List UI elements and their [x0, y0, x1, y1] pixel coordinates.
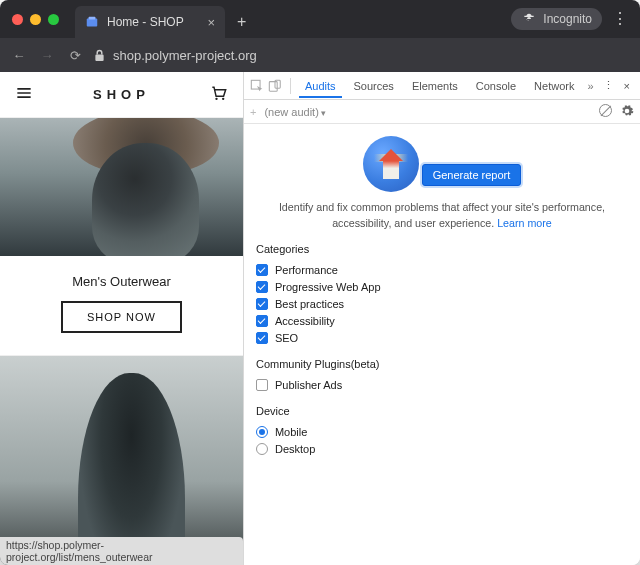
tab-title: Home - SHOP	[107, 15, 184, 29]
close-window-button[interactable]	[12, 14, 23, 25]
favicon-icon	[85, 15, 99, 29]
incognito-badge[interactable]: Incognito	[511, 8, 602, 30]
close-tab-button[interactable]: ×	[199, 15, 215, 30]
url-text: shop.polymer-project.org	[113, 48, 257, 63]
audits-toolbar: + (new audit)▾	[244, 100, 640, 124]
devtools-tab-network[interactable]: Network	[528, 74, 580, 98]
maximize-window-button[interactable]	[48, 14, 59, 25]
toolbar: ← → ⟳ shop.polymer-project.org	[0, 38, 640, 72]
learn-more-link[interactable]: Learn more	[497, 217, 552, 229]
titlebar: Home - SHOP × + Incognito ⋮	[0, 0, 640, 38]
new-audit-button[interactable]: +	[250, 106, 256, 118]
cart-icon[interactable]	[209, 83, 229, 107]
checkbox-icon	[256, 379, 268, 391]
hero-image	[0, 118, 243, 256]
lock-icon	[94, 49, 105, 62]
device-toolbar-icon[interactable]	[268, 79, 282, 93]
page-viewport: SHOP Men's Outerwear SHOP NOW https://sh…	[0, 72, 243, 565]
minimize-window-button[interactable]	[30, 14, 41, 25]
svg-rect-1	[89, 17, 96, 20]
devtools-menu-button[interactable]: ⋮	[601, 79, 616, 92]
category-title: Men's Outerwear	[10, 274, 233, 289]
checkbox-icon	[256, 315, 268, 327]
option-label: Accessibility	[275, 315, 335, 327]
audit-selector[interactable]: (new audit)▾	[264, 106, 325, 118]
browser-window: Home - SHOP × + Incognito ⋮ ← → ⟳ shop.p…	[0, 0, 640, 565]
checkbox-icon	[256, 332, 268, 344]
svg-point-4	[222, 97, 224, 99]
checkbox-performance[interactable]: Performance	[256, 261, 628, 278]
svg-rect-0	[87, 19, 98, 27]
svg-point-3	[215, 97, 217, 99]
menu-icon[interactable]	[14, 83, 34, 107]
plugins-heading: Community Plugins(beta)	[256, 358, 628, 370]
devtools-close-button[interactable]: ×	[620, 80, 634, 92]
forward-button[interactable]: →	[38, 48, 56, 63]
back-button[interactable]: ←	[10, 48, 28, 63]
devtools-panel: Audits Sources Elements Console Network …	[243, 72, 640, 565]
new-tab-button[interactable]: +	[225, 6, 258, 38]
option-label: Mobile	[275, 426, 307, 438]
option-label: Best practices	[275, 298, 344, 310]
generate-report-button[interactable]: Generate report	[422, 164, 522, 186]
radio-mobile[interactable]: Mobile	[256, 423, 628, 440]
option-label: Publisher Ads	[275, 379, 342, 391]
category-card: Men's Outerwear SHOP NOW	[0, 256, 243, 356]
hero-image-2	[0, 356, 243, 565]
audits-description: Identify and fix common problems that af…	[256, 200, 628, 231]
devtools-tab-console[interactable]: Console	[470, 74, 522, 98]
checkbox-icon	[256, 281, 268, 293]
checkbox-seo[interactable]: SEO	[256, 329, 628, 346]
audits-settings-icon[interactable]	[620, 104, 634, 120]
clear-icon[interactable]	[599, 104, 612, 119]
site-header: SHOP	[0, 72, 243, 118]
devtools-tab-sources[interactable]: Sources	[348, 74, 400, 98]
browser-menu-button[interactable]: ⋮	[612, 11, 628, 27]
site-logo[interactable]: SHOP	[34, 87, 209, 102]
devtools-tabstrip: Audits Sources Elements Console Network …	[244, 72, 640, 100]
audits-panel: Generate report Identify and fix common …	[244, 124, 640, 471]
checkbox-publisher-ads[interactable]: Publisher Ads	[256, 376, 628, 393]
radio-desktop[interactable]: Desktop	[256, 440, 628, 457]
categories-heading: Categories	[256, 243, 628, 255]
checkbox-accessibility[interactable]: Accessibility	[256, 312, 628, 329]
devtools-more-tabs[interactable]: »	[584, 80, 596, 92]
incognito-label: Incognito	[543, 12, 592, 26]
address-bar[interactable]: shop.polymer-project.org	[94, 48, 630, 63]
window-controls	[0, 0, 71, 38]
radio-icon	[256, 443, 268, 455]
reload-button[interactable]: ⟳	[66, 48, 84, 63]
inspect-element-icon[interactable]	[250, 79, 264, 93]
lighthouse-icon	[363, 136, 419, 192]
device-heading: Device	[256, 405, 628, 417]
radio-icon	[256, 426, 268, 438]
devtools-tab-elements[interactable]: Elements	[406, 74, 464, 98]
link-status-bar: https://shop.polymer-project.org/list/me…	[0, 537, 243, 565]
incognito-icon	[521, 11, 537, 27]
shop-now-button[interactable]: SHOP NOW	[61, 301, 182, 333]
option-label: Progressive Web App	[275, 281, 381, 293]
option-label: Performance	[275, 264, 338, 276]
checkbox-icon	[256, 264, 268, 276]
checkbox-best-practices[interactable]: Best practices	[256, 295, 628, 312]
checkbox-progressive-web-app[interactable]: Progressive Web App	[256, 278, 628, 295]
option-label: Desktop	[275, 443, 315, 455]
svg-rect-6	[269, 81, 277, 91]
devtools-tab-audits[interactable]: Audits	[299, 74, 342, 98]
checkbox-icon	[256, 298, 268, 310]
browser-tab[interactable]: Home - SHOP ×	[75, 6, 225, 38]
option-label: SEO	[275, 332, 298, 344]
svg-rect-2	[95, 54, 103, 60]
